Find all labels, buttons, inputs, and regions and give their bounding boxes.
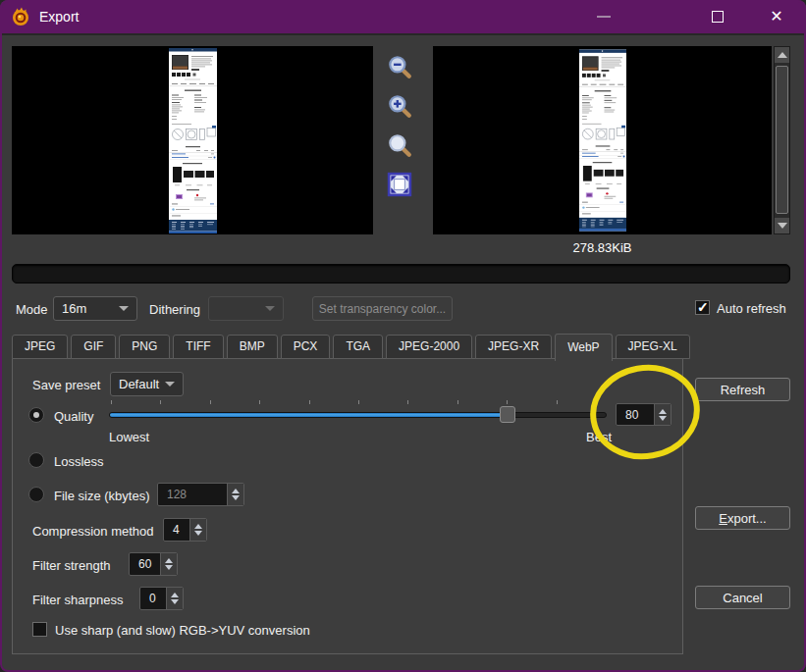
zoom-in-button[interactable]: [383, 90, 416, 121]
quality-value: 80: [617, 404, 654, 425]
arrow-down-icon: [232, 495, 240, 500]
sharp-yuv-label: Use sharp (and slow) RGB->YUV conversion: [55, 623, 310, 638]
spin-buttons: [227, 484, 243, 505]
arrow-down-icon: [659, 416, 667, 421]
close-icon: ✕: [770, 9, 782, 25]
save-preset-label: Save preset: [32, 378, 100, 392]
quality-slider[interactable]: [109, 400, 607, 426]
format-tab-strip: JPEG GIF PNG TIFF BMP PCX TGA JPEG-2000 …: [12, 333, 690, 359]
preview-scrollbar[interactable]: [774, 46, 790, 234]
save-preset-value: Default: [119, 377, 159, 391]
file-size-spinner: 128: [157, 483, 244, 506]
save-preset-select[interactable]: Default: [110, 372, 184, 396]
quality-slider-fill: [110, 413, 507, 417]
compression-method-value: 4: [164, 519, 189, 541]
tab-png[interactable]: PNG: [119, 335, 170, 359]
tab-jpeg-xl[interactable]: JPEG-XL: [616, 335, 690, 359]
lossless-radio[interactable]: [28, 452, 44, 468]
file-size-value: 128: [158, 484, 227, 505]
tab-webp[interactable]: WebP: [555, 334, 612, 361]
minimize-button[interactable]: [582, 0, 625, 33]
minimize-icon: [597, 16, 611, 18]
slider-track[interactable]: [109, 412, 607, 418]
fit-to-window-button[interactable]: [383, 169, 416, 199]
preview-original-thumbnail: [169, 48, 217, 233]
webp-options-panel: Save preset Default Quality Lowest Best …: [12, 358, 683, 654]
zoom-reset-button[interactable]: [383, 129, 416, 160]
quality-label: Quality: [54, 409, 93, 424]
arrow-up-icon: [165, 558, 173, 563]
maximize-icon: [712, 11, 724, 23]
magnifier-icon: [387, 132, 412, 158]
compression-method-spinner[interactable]: 4: [163, 518, 207, 542]
file-size-label: File size (kbytes): [54, 489, 150, 503]
maximize-button[interactable]: [696, 0, 739, 33]
export-mnemonic: E: [719, 511, 727, 526]
tab-jpeg[interactable]: JPEG: [12, 335, 68, 359]
mode-value: 16m: [62, 301, 86, 316]
dithering-label: Dithering: [149, 302, 200, 317]
sharp-yuv-checkbox[interactable]: [32, 622, 47, 637]
preview-original-pane[interactable]: [12, 46, 373, 234]
arrow-up-icon: [659, 409, 667, 414]
tab-gif[interactable]: GIF: [71, 335, 116, 359]
tab-jpeg-2000[interactable]: JPEG-2000: [386, 335, 472, 359]
close-button[interactable]: ✕: [755, 0, 798, 33]
export-rest: xport...: [727, 511, 767, 526]
lossless-label: Lossless: [54, 454, 104, 469]
zoom-out-icon: [387, 54, 412, 79]
window-title: Export: [39, 9, 79, 25]
filter-strength-spinner[interactable]: 60: [129, 552, 178, 576]
filter-strength-label: Filter strength: [32, 558, 110, 573]
preview-export-pane[interactable]: [433, 46, 772, 234]
slider-ticks: [111, 400, 606, 404]
set-transparency-button: Set transparency color...: [312, 296, 453, 321]
arrow-up-icon: [194, 524, 202, 529]
auto-refresh-checkbox[interactable]: [695, 300, 710, 315]
filter-sharpness-label: Filter sharpness: [32, 593, 123, 607]
compression-method-label: Compression method: [32, 524, 154, 539]
quality-radio[interactable]: [28, 407, 44, 423]
export-file-size: 278.83KiB: [433, 240, 772, 255]
tab-tiff[interactable]: TIFF: [173, 335, 223, 359]
quality-slider-handle[interactable]: [500, 406, 515, 423]
tab-bmp[interactable]: BMP: [227, 335, 278, 359]
export-button[interactable]: Export...: [695, 506, 790, 530]
cancel-button[interactable]: Cancel: [695, 586, 790, 609]
filter-sharpness-spinner[interactable]: 0: [139, 587, 184, 610]
arrow-down-icon: [194, 531, 202, 536]
auto-refresh-label: Auto refresh: [717, 301, 786, 316]
file-size-radio[interactable]: [28, 487, 44, 502]
arrow-down-icon: [171, 599, 179, 604]
scroll-up-button[interactable]: [775, 47, 789, 63]
zoom-toolbar: [383, 51, 418, 199]
scrollbar-thumb[interactable]: [776, 66, 788, 214]
tab-jpeg-xr[interactable]: JPEG-XR: [475, 335, 552, 359]
horizontal-scrollbar[interactable]: [12, 264, 790, 284]
spin-buttons[interactable]: [654, 404, 671, 425]
mode-label: Mode: [16, 302, 48, 317]
app-logo-icon: [11, 7, 30, 26]
fit-to-window-icon: [387, 172, 412, 197]
spin-buttons[interactable]: [160, 553, 177, 575]
arrow-up-icon: [778, 52, 787, 58]
quality-spinner[interactable]: 80: [616, 403, 672, 426]
zoom-in-icon: [387, 93, 412, 119]
tab-tga[interactable]: TGA: [333, 335, 383, 359]
quality-min-label: Lowest: [109, 430, 149, 444]
preview-export-thumbnail: [579, 49, 626, 232]
arrow-down-icon: [165, 565, 173, 570]
dithering-select: [208, 296, 284, 321]
spin-buttons[interactable]: [166, 588, 183, 609]
scroll-down-button[interactable]: [775, 218, 789, 233]
filter-sharpness-value: 0: [140, 588, 166, 609]
mode-select[interactable]: 16m: [53, 296, 137, 321]
refresh-button[interactable]: Refresh: [695, 378, 790, 401]
spin-buttons[interactable]: [189, 519, 206, 541]
titlebar: Export ✕: [0, 0, 806, 35]
arrow-up-icon: [171, 593, 179, 597]
tab-pcx[interactable]: PCX: [281, 335, 331, 359]
zoom-out-button[interactable]: [383, 51, 416, 81]
arrow-down-icon: [778, 223, 787, 229]
arrow-up-icon: [232, 489, 240, 493]
